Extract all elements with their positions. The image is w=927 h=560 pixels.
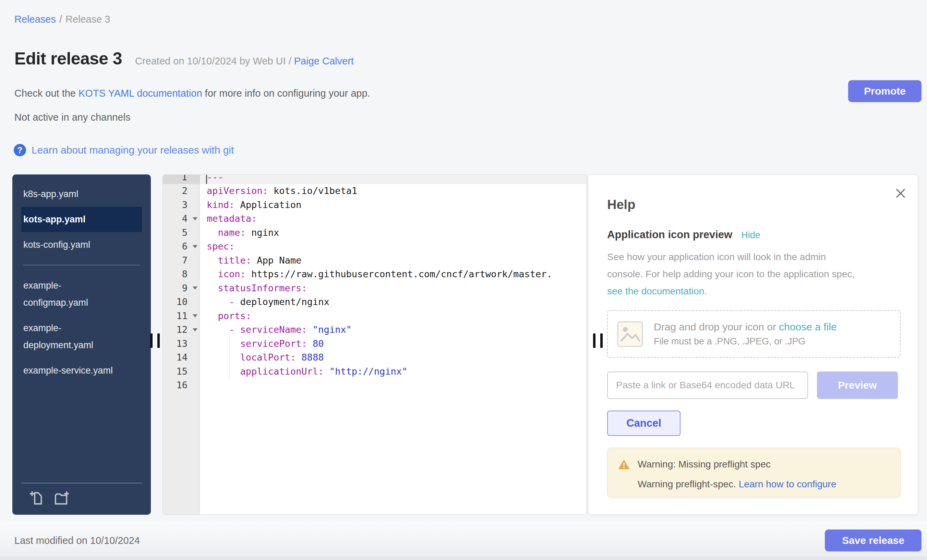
edit-release-page: Releases/Release 3 Edit release 3 Create…	[0, 0, 927, 560]
sidebar-file-example-service.yaml[interactable]: example-service.yaml	[21, 358, 142, 383]
preview-button[interactable]: Preview	[817, 372, 898, 399]
last-modified-text: Last modified on 10/10/2024	[14, 535, 140, 546]
sidebar-file-example-configmap.yaml[interactable]: example-configmap.yaml	[21, 273, 142, 315]
file-list-divider	[23, 265, 140, 265]
hide-link[interactable]: Hide	[741, 230, 760, 241]
icon-preview-title: Application icon preview	[607, 229, 732, 241]
intro-before: Check out the	[14, 88, 79, 99]
git-releases-help-label: Learn about managing your releases with …	[32, 144, 234, 156]
code-line-14[interactable]: 14 localPort: 8888	[163, 351, 587, 365]
line-number: 15	[163, 364, 200, 378]
drop-zone-text: Drag and drop your icon or choose a file…	[654, 321, 837, 347]
breadcrumb-releases-link[interactable]: Releases	[14, 14, 56, 25]
footer: Last modified on 10/10/2024 Save release	[0, 521, 927, 560]
yaml-editor[interactable]: 1---2apiVersion: kots.io/v1beta13kind: A…	[163, 175, 587, 515]
code-line-9[interactable]: 9 statusInformers:	[163, 281, 587, 295]
line-number: 12	[163, 323, 200, 337]
code-line-5[interactable]: 5 name: nginx	[163, 226, 587, 240]
fold-arrow-icon[interactable]	[193, 245, 198, 248]
preflight-configure-link[interactable]: Learn how to configure	[739, 479, 836, 489]
warning-title: Warning: Missing preflight spec	[638, 459, 770, 470]
code-line-15[interactable]: 15 applicationUrl: "http://nginx"	[163, 364, 587, 378]
icon-drop-zone[interactable]: Drag and drop your icon or choose a file…	[607, 310, 901, 358]
code-line-13[interactable]: 13 servicePort: 80	[163, 337, 587, 351]
drop-zone-hint: File must be a .PNG, .JPEG, or .JPG	[654, 336, 837, 347]
preflight-warning: Warning: Missing preflight spec Warning …	[607, 448, 901, 497]
fold-arrow-icon[interactable]	[193, 328, 198, 331]
sidebar-file-example-deployment.yaml[interactable]: example-deployment.yaml	[21, 315, 142, 358]
line-number: 16	[163, 378, 200, 392]
fold-arrow-icon[interactable]	[193, 217, 198, 220]
line-number: 8	[163, 267, 200, 281]
bottom-strip	[0, 557, 927, 560]
editor-help-resize-handle[interactable]	[593, 334, 603, 348]
created-by-link[interactable]: Paige Calvert	[294, 56, 354, 67]
code-line-10[interactable]: 10 - deployment/nginx	[163, 295, 587, 309]
new-folder-icon[interactable]	[54, 490, 70, 506]
code-line-8[interactable]: 8 icon: https://raw.githubusercontent.co…	[163, 267, 587, 281]
code-line-4[interactable]: 4metadata:	[163, 212, 587, 226]
code-line-2[interactable]: 2apiVersion: kots.io/v1beta1	[163, 184, 587, 198]
line-number: 10	[163, 295, 200, 309]
code-line-1[interactable]: 1---	[163, 175, 587, 184]
fold-arrow-icon[interactable]	[193, 314, 198, 317]
description-line: console. For help adding your icon to th…	[607, 266, 901, 283]
line-number: 7	[163, 253, 200, 267]
code-line-7[interactable]: 7 title: App Name	[163, 253, 587, 267]
cancel-button[interactable]: Cancel	[607, 411, 681, 436]
code-line-12[interactable]: 12 - serviceName: "nginx"	[163, 323, 587, 337]
warning-icon	[618, 458, 630, 470]
file-list: k8s-app.yamlkots-app.yamlkots-config.yam…	[21, 181, 142, 383]
intro-after: for more info on configuring your app.	[202, 88, 370, 99]
promote-button[interactable]: Promote	[848, 80, 921, 102]
indent-guide	[229, 337, 230, 378]
created-meta-text: Created on 10/10/2024 by Web UI /	[135, 56, 292, 67]
code-line-6[interactable]: 6spec:	[163, 240, 587, 253]
code-lines: 1---2apiVersion: kots.io/v1beta13kind: A…	[163, 175, 587, 392]
git-releases-help-link[interactable]: ? Learn about managing your releases wit…	[14, 144, 234, 156]
help-panel: Help Application icon preview Hide See h…	[588, 175, 918, 515]
breadcrumb-current: Release 3	[65, 14, 110, 25]
title-row: Edit release 3 Created on 10/10/2024 by …	[14, 49, 354, 68]
line-number: 11	[163, 309, 200, 323]
editor-cursor	[206, 175, 207, 184]
breadcrumb: Releases/Release 3	[14, 14, 110, 25]
icon-url-input[interactable]	[607, 372, 808, 399]
line-number: 6	[163, 240, 200, 253]
icon-url-row: Preview	[607, 372, 901, 399]
icon-preview-section: Application icon preview Hide	[607, 229, 901, 241]
kots-yaml-docs-link[interactable]: KOTS YAML documentation	[79, 88, 202, 99]
line-number: 3	[163, 198, 200, 212]
sidebar-file-k8s-app.yaml[interactable]: k8s-app.yaml	[21, 181, 142, 206]
sidebar-actions	[21, 483, 142, 515]
line-number: 9	[163, 281, 200, 295]
line-number: 4	[163, 212, 200, 226]
choose-file-link[interactable]: choose a file	[779, 321, 836, 332]
file-sidebar: k8s-app.yamlkots-app.yamlkots-config.yam…	[12, 175, 151, 515]
line-number: 2	[163, 184, 200, 198]
code-line-11[interactable]: 11 ports:	[163, 309, 587, 323]
page-title: Edit release 3	[14, 49, 122, 68]
help-title: Help	[607, 197, 901, 212]
line-number: 1	[163, 175, 200, 184]
sidebar-file-kots-app.yaml[interactable]: kots-app.yaml	[21, 206, 142, 232]
line-number: 13	[163, 337, 200, 351]
description-line: see the documentation.	[607, 283, 901, 300]
see-documentation-link[interactable]: see the documentation	[607, 286, 704, 296]
warning-detail: Warning preflight-spec. Learn how to con…	[618, 479, 890, 490]
channel-status: Not active in any channels	[14, 112, 131, 123]
save-release-button[interactable]: Save release	[825, 530, 921, 551]
sidebar-file-kots-config.yaml[interactable]: kots-config.yaml	[21, 232, 142, 257]
fold-arrow-icon[interactable]	[193, 287, 198, 290]
new-file-icon[interactable]	[29, 490, 44, 506]
line-number: 14	[163, 351, 200, 365]
intro-text: Check out the KOTS YAML documentation fo…	[14, 88, 370, 99]
created-meta: Created on 10/10/2024 by Web UI / Paige …	[135, 56, 354, 67]
image-placeholder-icon	[617, 321, 643, 348]
code-line-3[interactable]: 3kind: Application	[163, 198, 587, 212]
line-number: 5	[163, 226, 200, 240]
code-line-16[interactable]: 16	[163, 378, 587, 392]
close-icon[interactable]	[894, 187, 907, 199]
sidebar-editor-resize-handle[interactable]	[150, 334, 160, 348]
description-line: See how your application icon will look …	[607, 249, 901, 266]
